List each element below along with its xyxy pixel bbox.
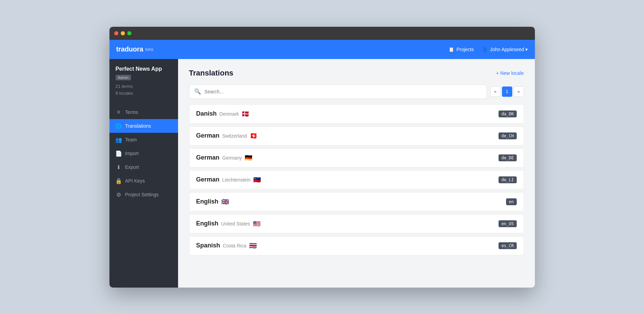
locale-row[interactable]: English United States 🇺🇸 en_US: [189, 214, 524, 233]
pagination: « 1 »: [490, 86, 524, 97]
topnav-right: 📋 Projects 👤 John Appleseed ▾: [448, 47, 528, 52]
locale-region: Switzerland: [222, 133, 247, 139]
fullscreen-button[interactable]: [127, 31, 131, 35]
sidebar-item-label: Terms: [125, 109, 138, 115]
pagination-current[interactable]: 1: [502, 86, 512, 97]
close-button[interactable]: [114, 31, 118, 35]
locale-flag: 🇱🇮: [253, 176, 261, 184]
app-window: traduora beta 📋 Projects 👤 John Applesee…: [109, 27, 535, 288]
minimize-button[interactable]: [121, 31, 125, 35]
locale-left: Spanish Costa Rica 🇨🇷: [196, 242, 257, 249]
traffic-lights: [114, 31, 131, 35]
settings-icon: ⚙: [116, 191, 122, 198]
translations-icon: 🌐: [116, 123, 122, 129]
main-content: Translations + New locale 🔍 « 1 »: [178, 59, 535, 288]
locale-flag: 🇨🇭: [250, 132, 257, 140]
team-icon: 👥: [116, 137, 122, 143]
sidebar-item-api-keys[interactable]: 🔒 API Keys: [109, 174, 178, 188]
locale-language: English: [196, 220, 219, 227]
locale-flag: 🇨🇷: [249, 242, 257, 249]
project-name: Perfect News App: [116, 66, 172, 72]
terms-icon: ≡: [116, 109, 122, 115]
locale-row[interactable]: English 🇬🇧 en: [189, 192, 524, 211]
project-stats: 21 terms 9 locales: [116, 83, 172, 97]
import-icon: 📄: [116, 150, 122, 156]
main-area: Perfect News App Admin 21 terms 9 locale…: [109, 59, 535, 288]
sidebar-item-label: Translations: [125, 123, 151, 129]
locale-code: en: [506, 198, 516, 205]
top-navbar: traduora beta 📋 Projects 👤 John Applesee…: [109, 40, 535, 59]
locale-code: de_DE: [499, 154, 516, 161]
locale-language: German: [196, 154, 220, 161]
projects-icon: 📋: [448, 47, 454, 52]
pagination-prev[interactable]: «: [490, 86, 501, 97]
content-header: Translations + New locale: [189, 69, 524, 78]
titlebar: [109, 27, 535, 40]
search-input[interactable]: [204, 89, 482, 94]
projects-link[interactable]: 📋 Projects: [448, 47, 474, 52]
locale-language: Spanish: [196, 242, 220, 249]
api-keys-icon: 🔒: [116, 178, 122, 184]
locale-language: Danish: [196, 110, 217, 117]
locale-flag: 🇩🇰: [242, 110, 249, 118]
sidebar-item-team[interactable]: 👥 Team: [109, 133, 178, 147]
locale-region: Liechtenstein: [222, 177, 251, 183]
sidebar-item-label: API Keys: [125, 178, 145, 184]
sidebar-item-label: Import: [125, 151, 139, 156]
locale-list: Danish Denmark 🇩🇰 da_DK German Switzerla…: [189, 104, 524, 255]
app-container: traduora beta 📋 Projects 👤 John Applesee…: [109, 40, 535, 288]
locale-code: es_CR: [499, 242, 516, 249]
locale-language: German: [196, 176, 220, 183]
sidebar-item-translations[interactable]: 🌐 Translations: [109, 119, 178, 133]
locale-row[interactable]: German Liechtenstein 🇱🇮 de_LI: [189, 170, 524, 189]
brand-name: traduora: [116, 45, 143, 53]
locale-language: German: [196, 132, 220, 139]
user-menu[interactable]: 👤 John Appleseed ▾: [482, 47, 528, 52]
locale-code: de_CH: [499, 132, 516, 139]
export-icon: ⬇: [116, 164, 122, 170]
new-locale-button[interactable]: + New locale: [496, 70, 524, 76]
locale-row[interactable]: German Germany 🇩🇪 de_DE: [189, 148, 524, 167]
sidebar-item-project-settings[interactable]: ⚙ Project Settings: [109, 188, 178, 201]
locale-left: German Germany 🇩🇪: [196, 154, 253, 162]
locale-region: Denmark: [220, 111, 239, 117]
user-icon: 👤: [482, 47, 488, 52]
project-info: Perfect News App Admin 21 terms 9 locale…: [109, 66, 178, 106]
sidebar: Perfect News App Admin 21 terms 9 locale…: [109, 59, 178, 288]
sidebar-nav: ≡ Terms 🌐 Translations 👥 Team 📄 Import: [109, 105, 178, 201]
locale-left: Danish Denmark 🇩🇰: [196, 110, 249, 118]
sidebar-item-label: Project Settings: [125, 192, 159, 197]
user-label: John Appleseed ▾: [490, 47, 528, 52]
locale-flag: 🇩🇪: [245, 154, 252, 162]
project-role-badge: Admin: [116, 75, 131, 80]
locale-code: en_US: [499, 220, 516, 227]
sidebar-item-label: Team: [125, 137, 137, 142]
locale-flag: 🇺🇸: [253, 220, 260, 228]
page-title: Translations: [189, 69, 234, 78]
search-bar: 🔍: [189, 84, 487, 99]
locale-left: German Liechtenstein 🇱🇮: [196, 176, 261, 184]
search-icon: 🔍: [194, 88, 201, 95]
locale-row[interactable]: German Switzerland 🇨🇭 de_CH: [189, 126, 524, 146]
pagination-next[interactable]: »: [514, 86, 524, 97]
sidebar-item-terms[interactable]: ≡ Terms: [109, 105, 178, 119]
sidebar-item-label: Export: [125, 164, 139, 170]
locale-left: English 🇬🇧: [196, 198, 229, 206]
locale-code: de_LI: [499, 176, 516, 183]
brand: traduora beta: [116, 45, 153, 53]
locale-region: Germany: [222, 155, 242, 161]
sidebar-item-import[interactable]: 📄 Import: [109, 147, 178, 160]
locale-region: Costa Rica: [223, 243, 246, 248]
search-row: 🔍 « 1 »: [189, 84, 524, 99]
locale-left: German Switzerland 🇨🇭: [196, 132, 257, 140]
locale-region: United States: [221, 221, 250, 226]
brand-beta: beta: [145, 47, 153, 52]
locale-left: English United States 🇺🇸: [196, 220, 260, 228]
locales-count: 9 locales: [116, 90, 172, 97]
terms-count: 21 terms: [116, 83, 172, 90]
locale-row[interactable]: Spanish Costa Rica 🇨🇷 es_CR: [189, 236, 524, 255]
locale-code: da_DK: [499, 111, 516, 117]
locale-flag: 🇬🇧: [221, 198, 229, 206]
sidebar-item-export[interactable]: ⬇ Export: [109, 160, 178, 174]
locale-row[interactable]: Danish Denmark 🇩🇰 da_DK: [189, 104, 524, 124]
